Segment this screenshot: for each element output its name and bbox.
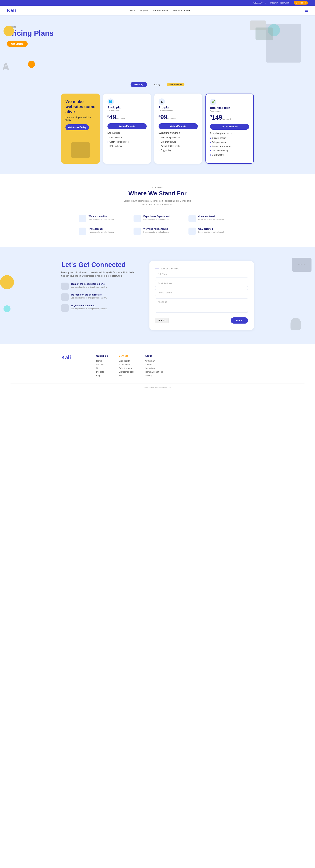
value-icon-4 (134, 227, 141, 235)
form-section-label: Send us a message (155, 268, 248, 270)
pro-feature-4: Copywriting (159, 148, 198, 152)
basic-feature-1: Lead website (107, 135, 147, 140)
footer-link-about[interactable]: About us (96, 363, 108, 366)
yellow-circle-decoration (3, 26, 14, 36)
basic-plan-card: 🌐 Basic plan For beginners $49/per month… (103, 94, 151, 164)
business-plan-icon: 🌿 (210, 99, 216, 105)
basic-features-list: Lead website Optimised for mobile CMS in… (107, 135, 147, 148)
footer-services-col: Services Web design eCommerce Advertisem… (119, 354, 134, 378)
value-icon-5 (188, 227, 196, 235)
contact-form-container: Send us a message 13 + 9 = Submit (149, 261, 254, 330)
pro-plan-name: Pro plan (159, 106, 198, 109)
basic-plan-icon: 🌐 (107, 98, 114, 105)
business-plan-btn[interactable]: Get an Estimate (210, 124, 249, 130)
message-input[interactable] (155, 299, 248, 312)
pricing-section: Monthly Yearly save 2 months We make web… (0, 75, 315, 174)
nav-links: Home Pages ▾ Hero headers ▾ Header & men… (130, 9, 190, 12)
nav-hero-headers[interactable]: Hero headers ▾ (153, 9, 168, 12)
footer-service-digital[interactable]: Digital marketing (119, 371, 134, 373)
connect-feature-2: 15 years of experience Sed fringilla nul… (61, 304, 139, 312)
business-includes-label: Everything from pro + (210, 132, 249, 134)
values-label: Our values (10, 186, 305, 189)
pro-plan-price: $99/per month (159, 114, 198, 121)
yearly-toggle-button[interactable]: Yearly (150, 82, 164, 87)
connect-inner: Let's Get Connected Lorem ipsum dolor si… (61, 261, 254, 330)
cyan-deco-circle (3, 305, 10, 312)
footer-privacy[interactable]: Privacy (145, 374, 163, 377)
hero-decorations (266, 19, 301, 57)
hamburger-icon[interactable]: ☰ (305, 8, 308, 13)
connect-title: Let's Get Connected (61, 261, 139, 269)
nav-pages[interactable]: Pages ▾ (140, 9, 148, 12)
footer-quicklinks-col: Quick links Home About us Services Proje… (96, 354, 108, 378)
phone-input[interactable] (155, 289, 248, 296)
monthly-toggle-button[interactable]: Monthly (131, 82, 147, 87)
footer-about-kavi[interactable]: About Kavi (145, 360, 163, 362)
connect-feature-text-2: 15 years of experience Sed fringilla nul… (71, 304, 107, 310)
hero-cta-button[interactable]: Get Started (7, 41, 28, 47)
nav-header-menu[interactable]: Header & menu ▾ (173, 9, 190, 12)
footer-service-seo[interactable]: SEO (119, 374, 134, 377)
footer-link-home[interactable]: Home (96, 360, 108, 362)
pro-plan-icon: ▲ (159, 98, 165, 105)
footer-service-ecommerce[interactable]: eCommerce (119, 363, 134, 366)
save-badge: save 2 months (167, 83, 184, 86)
business-feature-4: Google ads setup (210, 149, 249, 153)
footer-innovation[interactable]: Innovation (145, 367, 163, 369)
connect-features-list: Team of the best digital experts Sed fri… (61, 283, 139, 312)
hero-monitor-silhouette (255, 28, 273, 40)
business-plan-subtitle: For agencies (210, 110, 249, 112)
fullname-input[interactable] (155, 271, 248, 277)
values-title: Where We Stand For (10, 190, 305, 197)
values-grid: We are committed Fusce sagittis et nisl … (79, 215, 236, 235)
footer-careers[interactable]: Careers (145, 363, 163, 366)
basic-includes-label: Lite includes (107, 132, 147, 134)
captcha-box[interactable]: 13 + 9 = (155, 318, 169, 323)
topbar-cta-button[interactable]: Get started (294, 1, 308, 5)
footer-service-webdesign[interactable]: Web design (119, 360, 134, 362)
footer-terms[interactable]: Terms & conditions (145, 371, 163, 373)
value-text-0: We are committed Fusce sagittis et nisl … (89, 215, 114, 221)
yellow-deco-circle (0, 275, 14, 289)
logo[interactable]: Kali (7, 8, 16, 13)
submit-button[interactable]: Submit (231, 317, 248, 323)
email-input[interactable] (155, 280, 248, 287)
promo-cta-button[interactable]: Get Started Today (65, 124, 89, 130)
connect-image-placeholder: 200 × 191 (292, 258, 312, 272)
value-item-5: Goal oriented Fusce sagittis et nisl in … (188, 227, 236, 235)
pro-plan-card: ▲ Pro plan For professionals $99/per mon… (154, 94, 202, 164)
nav-home[interactable]: Home (130, 9, 136, 12)
connect-feature-text-0: Team of the best digital experts Sed fri… (71, 283, 107, 288)
value-text-4: We value relationships Fusce sagittis et… (143, 227, 169, 233)
footer-quicklinks-title: Quick links (96, 354, 108, 357)
business-plan-name: Business plan (210, 106, 249, 110)
connect-feature-0: Team of the best digital experts Sed fri… (61, 283, 139, 290)
footer-about-title: About (145, 354, 163, 357)
basic-feature-2: Optimised for mobile (107, 140, 147, 144)
pro-plan-subtitle: For professionals (159, 110, 198, 112)
hero-section: Packages Pricing Plans Get Started (0, 15, 315, 75)
pro-plan-btn[interactable]: Get an Estimate (159, 123, 198, 129)
footer: Kali Quick links Home About us Services … (0, 344, 315, 394)
footer-link-blog[interactable]: Blog (96, 374, 108, 377)
pricing-toggle-row: Monthly Yearly save 2 months (7, 82, 308, 87)
footer-services-list: Web design eCommerce Advertisement Digit… (119, 360, 134, 377)
footer-services-title: Services (119, 354, 134, 357)
footer-logo: Kali (61, 354, 86, 361)
basic-plan-price: $49/per month (107, 114, 147, 121)
topbar-email: info@mycompany.com (270, 2, 289, 4)
basic-feature-3: CMS included (107, 144, 147, 148)
footer-inner: Kali Quick links Home About us Services … (61, 354, 254, 378)
footer-link-projects[interactable]: Projects (96, 371, 108, 373)
business-feature-2: Full-page cache (210, 140, 249, 144)
footer-about-col: About About Kavi Careers Innovation Term… (145, 354, 163, 378)
footer-link-services[interactable]: Services (96, 367, 108, 369)
basic-plan-btn[interactable]: Get an Estimate (107, 123, 147, 129)
svg-point-3 (5, 65, 7, 67)
pro-feature-3: 2 monthly blog posts (159, 144, 198, 148)
connect-left-column: Let's Get Connected Lorem ipsum dolor si… (61, 261, 139, 315)
footer-service-ads[interactable]: Advertisement (119, 367, 134, 369)
pro-includes-label: Everything from lite + (159, 132, 198, 134)
promo-subtitle: Let's launch your website today (65, 116, 96, 121)
business-feature-3: Facebook ads setup (210, 144, 249, 149)
